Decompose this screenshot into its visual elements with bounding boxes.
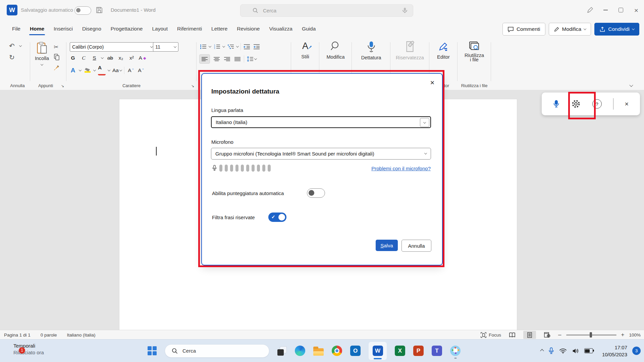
line-spacing-button[interactable] <box>247 55 257 63</box>
notification-badge[interactable]: 3 <box>632 347 641 355</box>
dictate-button[interactable]: Dettatura <box>352 41 390 60</box>
tray-expand-icon[interactable] <box>540 349 544 353</box>
increase-indent-icon[interactable] <box>253 42 260 51</box>
tab-riferimenti[interactable]: Riferimenti <box>172 24 207 34</box>
cut-icon[interactable]: ✂ <box>54 44 58 51</box>
appunti-dialog-launcher-icon[interactable]: ↘ <box>61 84 64 88</box>
weather-widget[interactable]: 1 Temporali Rilasciato ora <box>9 343 44 355</box>
highlight-color-button[interactable] <box>84 66 91 75</box>
clear-formatting-button[interactable]: A◆ <box>139 54 146 62</box>
outlook-icon[interactable]: O <box>350 346 361 356</box>
minimize-button[interactable] <box>598 0 613 20</box>
chevron-down-icon[interactable] <box>79 68 82 71</box>
italic-button[interactable]: C <box>80 54 88 62</box>
auto-punctuation-toggle[interactable] <box>307 188 325 198</box>
font-name-combo[interactable]: Calibri (Corpo) <box>70 42 155 52</box>
align-left-button[interactable] <box>199 54 210 64</box>
close-window-button[interactable]: × <box>629 0 644 20</box>
file-explorer-icon[interactable] <box>313 348 324 356</box>
clock[interactable]: 17:07 10/05/2023 <box>602 344 627 358</box>
chevron-down-icon[interactable] <box>93 68 96 71</box>
maximize-button[interactable] <box>613 0 629 20</box>
dictation-help-icon[interactable]: ? <box>592 99 602 109</box>
dictation-mic-icon[interactable] <box>553 100 559 108</box>
zoom-out-button[interactable]: – <box>558 331 561 338</box>
paste-button[interactable]: Incolla <box>33 42 51 67</box>
focus-mode-button[interactable]: Focus <box>481 332 501 338</box>
format-painter-icon[interactable] <box>53 64 60 71</box>
change-case-button[interactable]: Aa <box>112 66 122 75</box>
modifica-button[interactable]: Modifica <box>319 41 352 60</box>
dictation-close-icon[interactable]: × <box>625 100 629 108</box>
task-view-button[interactable] <box>277 346 287 356</box>
carattere-dialog-launcher-icon[interactable]: ↘ <box>191 84 194 88</box>
underline-button[interactable]: S <box>91 54 98 62</box>
editor-button[interactable]: Editor <box>429 41 458 60</box>
tab-lettere[interactable]: Lettere <box>207 24 232 34</box>
tray-mic-icon[interactable] <box>548 347 554 355</box>
sensitivity-button[interactable]: Riservatezza <box>390 41 429 60</box>
paint-icon[interactable] <box>450 346 461 356</box>
tab-disegno[interactable]: Disegno <box>77 24 106 34</box>
superscript-button[interactable]: x² <box>128 54 136 62</box>
autosave-toggle[interactable] <box>74 6 91 15</box>
decrease-indent-icon[interactable] <box>243 42 251 51</box>
taskbar-search[interactable]: Cerca <box>165 344 269 358</box>
numbered-list-icon[interactable]: 123 <box>213 42 221 51</box>
subscript-button[interactable]: x₂ <box>117 54 125 62</box>
word-count[interactable]: 0 parole <box>41 333 57 338</box>
tab-layout[interactable]: Layout <box>147 24 172 34</box>
wifi-icon[interactable] <box>559 348 567 354</box>
tab-file[interactable]: File <box>7 24 25 34</box>
volume-icon[interactable] <box>572 348 579 354</box>
zoom-slider[interactable] <box>566 335 616 336</box>
tab-revisione[interactable]: Revisione <box>232 24 264 34</box>
dictation-settings-gear-icon[interactable] <box>571 99 581 109</box>
tab-inserisci[interactable]: Inserisci <box>49 24 77 34</box>
titlebar-search-box[interactable]: Cerca <box>240 4 413 17</box>
language-indicator[interactable]: Italiano (Italia) <box>67 333 96 338</box>
reuse-files-button[interactable]: Riutilizza i file <box>458 41 491 62</box>
align-right-button[interactable] <box>223 55 231 63</box>
undo-chevron-icon[interactable] <box>19 44 22 47</box>
share-button[interactable]: Condividi <box>594 23 639 36</box>
font-color-button[interactable]: A <box>98 65 106 75</box>
read-mode-button[interactable] <box>506 331 519 339</box>
font-size-combo[interactable]: 11 <box>153 42 178 52</box>
cancel-button[interactable]: Annulla <box>401 240 431 252</box>
ink-pen-icon[interactable] <box>582 0 598 20</box>
start-button[interactable] <box>148 346 157 355</box>
copy-icon[interactable] <box>54 54 60 60</box>
tab-progettazione[interactable]: Progettazione <box>106 24 148 34</box>
bold-button[interactable]: G <box>69 54 77 62</box>
align-center-button[interactable] <box>213 55 220 63</box>
chrome-icon[interactable] <box>332 346 342 356</box>
edge-icon[interactable] <box>295 346 305 356</box>
styles-button[interactable]: A Stili <box>291 41 319 59</box>
comments-button[interactable]: Commenti <box>502 23 545 36</box>
grow-font-button[interactable]: Aˆ <box>127 66 135 75</box>
search-mic-icon[interactable] <box>402 7 408 14</box>
tab-home[interactable]: Home <box>25 24 49 34</box>
zoom-in-button[interactable]: + <box>621 331 625 338</box>
word-taskbar-icon[interactable]: W <box>369 342 387 360</box>
language-select[interactable]: Italiano (Italia) <box>211 116 431 128</box>
zoom-level[interactable]: 100% <box>629 333 641 338</box>
text-effects-button[interactable]: A <box>69 66 77 75</box>
zoom-slider-handle[interactable] <box>590 332 592 338</box>
tab-visualizza[interactable]: Visualizza <box>264 24 297 34</box>
chevron-down-icon[interactable] <box>108 68 110 71</box>
print-layout-button[interactable] <box>523 331 536 339</box>
strikethrough-button[interactable]: ab <box>106 54 114 62</box>
shrink-font-button[interactable]: Aˇ <box>137 66 145 75</box>
collapse-ribbon-icon[interactable] <box>629 83 633 87</box>
dialog-close-icon[interactable]: × <box>427 78 437 88</box>
page-indicator[interactable]: Pagina 1 di 1 <box>4 333 31 338</box>
filter-phrases-toggle[interactable]: ✓ <box>268 213 286 222</box>
excel-icon[interactable]: X <box>395 346 405 356</box>
microphone-select[interactable]: Gruppo microfoni (Tecnologia Intel® Smar… <box>211 148 431 160</box>
battery-icon[interactable] <box>584 348 593 353</box>
underline-chevron-icon[interactable] <box>101 56 104 59</box>
microphone-help-link[interactable]: Problemi con il microfono? <box>371 166 431 171</box>
save-icon[interactable] <box>95 6 103 14</box>
